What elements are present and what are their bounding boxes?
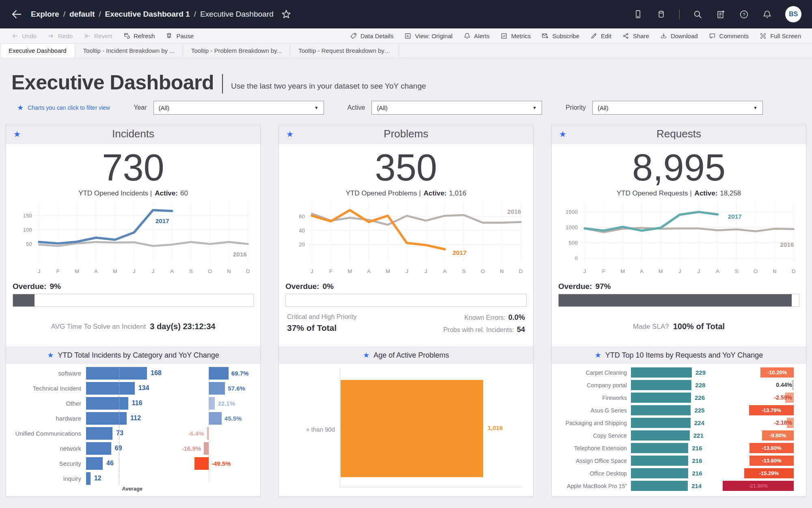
category-row-software[interactable]: software16869.7% <box>6 366 260 381</box>
download-button[interactable]: Download <box>654 28 703 43</box>
favorites-list-icon[interactable] <box>716 9 726 20</box>
full-screen-button[interactable]: Full Screen <box>754 28 806 43</box>
request-bar[interactable] <box>631 430 690 441</box>
metrics-button[interactable]: Metrics <box>495 28 536 43</box>
alerts-button[interactable]: Alerts <box>458 28 495 43</box>
tab-tooltip-incident-breakdown[interactable]: Tooltip - Incident Breakdown by ... <box>75 43 183 58</box>
yoy-chip[interactable]: -13.60% <box>749 456 794 466</box>
breadcrumb-workbook[interactable]: Executive Dashboard 1 <box>105 10 190 19</box>
favorite-star-icon[interactable] <box>281 9 292 20</box>
category-bar[interactable] <box>86 412 127 425</box>
priority-filter-dropdown[interactable]: (All) ▼ <box>592 101 763 115</box>
pause-button[interactable]: Pause <box>160 28 199 43</box>
category-bar[interactable] <box>86 442 111 455</box>
data-source-icon[interactable] <box>656 9 666 20</box>
request-bar[interactable] <box>631 405 691 415</box>
star-icon[interactable]: ★ <box>47 351 54 360</box>
redo-button[interactable]: Redo <box>42 28 78 43</box>
yoy-bar[interactable] <box>209 412 222 425</box>
view-original-button[interactable]: View: Original <box>399 28 458 43</box>
category-bar[interactable] <box>86 382 135 395</box>
yoy-bar[interactable] <box>209 382 225 395</box>
age-bar[interactable] <box>341 380 483 477</box>
category-bar[interactable] <box>86 367 147 380</box>
data-details-button[interactable]: Data Details <box>344 28 399 43</box>
request-row-company-portal[interactable]: Company portal2280.44% <box>552 379 806 391</box>
search-icon[interactable] <box>693 9 703 20</box>
category-row-hardware[interactable]: hardware11245.5% <box>6 411 260 426</box>
problems-trend-chart[interactable]: 204060JFMAMJJASOND20162017 <box>285 200 527 278</box>
request-row-assign-office-space[interactable]: Assign Office Space216-13.60% <box>552 454 806 467</box>
request-row-telephone-extension[interactable]: Telephone Extension216-13.60% <box>552 442 806 454</box>
requests-trend-chart[interactable]: 050010001500JFMAMJJASOND20162017 <box>558 200 799 278</box>
yoy-chip[interactable]: -10.20% <box>760 367 794 378</box>
back-icon[interactable] <box>11 8 23 20</box>
request-bar[interactable] <box>631 468 688 478</box>
incidents-section-title: YTD Total Incidents by Category and YoY … <box>58 351 219 360</box>
category-bar[interactable] <box>86 397 128 410</box>
request-bar[interactable] <box>631 456 688 466</box>
year-filter-dropdown[interactable]: (All) ▼ <box>153 101 324 115</box>
tab-tooltip-request-breakdown[interactable]: Tooltip - Request Breakdown by… <box>290 43 399 58</box>
tab-tooltip-problem-breakdown[interactable]: Tooltip - Problem Breakdown by... <box>183 43 290 58</box>
request-row-fireworks[interactable]: Fireworks226-2.59% <box>552 391 806 404</box>
breadcrumb-project[interactable]: default <box>69 10 95 19</box>
category-row-unified-communications[interactable]: Unified Communications73-6.4% <box>6 426 260 441</box>
help-icon[interactable]: ? <box>739 9 749 20</box>
request-bar[interactable] <box>631 418 691 428</box>
subscribe-button[interactable]: Subscribe <box>536 28 585 43</box>
device-preview-icon[interactable] <box>633 9 643 20</box>
yoy-chip[interactable]: -9.80% <box>762 430 794 441</box>
star-icon[interactable]: ★ <box>286 129 294 139</box>
request-bar[interactable] <box>631 380 691 390</box>
request-row-apple-macbook-pro-15[interactable]: Apple MacBook Pro 15”214-21.90% <box>552 480 806 492</box>
incidents-category-chart[interactable]: software16869.7%Technical Incident13457.… <box>6 364 260 496</box>
request-row-carpet-cleaning[interactable]: Carpet Cleaning229-10.20% <box>552 366 806 379</box>
category-bar[interactable] <box>86 472 91 485</box>
revert-button[interactable]: Revert <box>78 28 117 43</box>
svg-text:J: J <box>38 268 41 274</box>
yoy-chip[interactable]: -13.79% <box>749 405 794 415</box>
refresh-button[interactable]: Refresh <box>117 28 160 43</box>
request-bar[interactable] <box>631 393 691 403</box>
category-row-inquiry[interactable]: inquiry12 <box>6 471 260 486</box>
category-row-network[interactable]: network69-16.9% <box>6 441 260 456</box>
category-row-security[interactable]: Security46-49.5% <box>6 456 260 471</box>
tab-executive-dashboard[interactable]: Executive Dashboard <box>0 43 75 58</box>
yoy-chip[interactable]: -21.90% <box>723 481 794 491</box>
active-filter-dropdown[interactable]: (All) ▼ <box>371 101 542 115</box>
filter-hint[interactable]: ★ Charts you can click to filter view <box>17 103 110 112</box>
yoy-chip[interactable]: -13.60% <box>749 443 794 453</box>
comments-button[interactable]: Comments <box>703 28 754 43</box>
undo-button[interactable]: Undo <box>6 28 42 43</box>
yoy-bar[interactable] <box>204 442 209 455</box>
yoy-bar[interactable] <box>209 367 229 380</box>
category-row-technical-incident[interactable]: Technical Incident13457.6% <box>6 381 260 396</box>
request-row-office-desktop[interactable]: Office Desktop216-15.29% <box>552 467 806 480</box>
notifications-bell-icon[interactable] <box>762 9 772 20</box>
requests-top10-chart[interactable]: Carpet Cleaning229-10.20%Company portal2… <box>552 364 806 496</box>
yoy-chip[interactable]: -15.29% <box>744 468 794 478</box>
category-bar[interactable] <box>86 427 112 440</box>
star-icon[interactable]: ★ <box>595 351 601 360</box>
share-button[interactable]: Share <box>617 28 654 43</box>
request-row-copy-service[interactable]: Copy Service221-9.80% <box>552 429 806 442</box>
star-icon[interactable]: ★ <box>13 129 21 139</box>
user-avatar[interactable]: BS <box>785 6 801 22</box>
request-value: 216 <box>692 445 702 452</box>
edit-button[interactable]: Edit <box>585 28 617 43</box>
incidents-trend-chart[interactable]: 50100150JFMAMJJASOND20162017 <box>13 200 254 278</box>
star-icon[interactable]: ★ <box>363 351 369 360</box>
yoy-bar[interactable] <box>194 457 209 470</box>
yoy-chip[interactable] <box>792 380 794 390</box>
request-row-packaging-and-shipping[interactable]: Packaging and Shipping224-2.18% <box>552 417 806 429</box>
request-row-asus-g-series[interactable]: Asus G Series225-13.79% <box>552 404 806 417</box>
breadcrumb-explore[interactable]: Explore <box>31 10 59 19</box>
category-row-other[interactable]: Other11622.1% <box>6 396 260 411</box>
request-bar[interactable] <box>631 443 688 453</box>
category-bar[interactable] <box>86 457 103 470</box>
star-icon[interactable]: ★ <box>559 129 566 139</box>
request-bar[interactable] <box>631 481 688 491</box>
yoy-bar[interactable] <box>209 397 215 410</box>
request-bar[interactable] <box>631 367 692 378</box>
